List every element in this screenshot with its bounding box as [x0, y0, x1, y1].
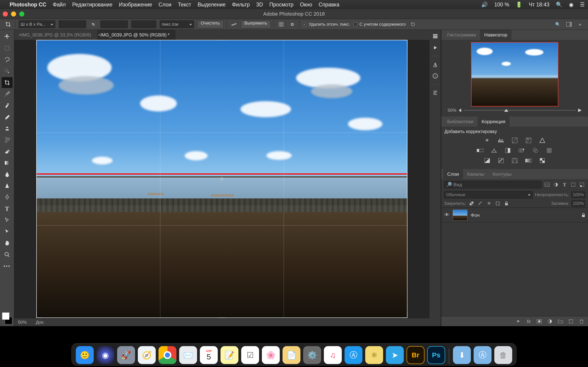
lasso-tool-icon[interactable] — [2, 54, 13, 65]
new-adjustment-layer-icon[interactable] — [547, 318, 553, 325]
zoom-slider-track[interactable] — [464, 110, 576, 111]
dock-atom[interactable]: ⚛ — [365, 346, 383, 364]
window-minimize-button[interactable] — [11, 11, 16, 17]
delete-cropped-checkbox[interactable]: Удалить отсеч. пикс. — [303, 22, 350, 27]
zoom-slider-knob[interactable] — [504, 109, 508, 112]
opacity-input[interactable]: 100% — [571, 192, 585, 198]
brush-tool-icon[interactable] — [2, 111, 13, 123]
crop-tool-indicator-icon[interactable] — [4, 20, 12, 28]
lock-brush-icon[interactable] — [477, 200, 484, 207]
adj-channel-mixer-icon[interactable] — [531, 147, 539, 154]
adj-gradient-map-icon[interactable] — [525, 157, 532, 165]
tab-paths[interactable]: Контуры — [489, 169, 516, 179]
menu-window[interactable]: Окно — [300, 2, 312, 8]
history-panel-icon[interactable] — [431, 32, 439, 40]
horizon-guide-line[interactable] — [36, 173, 407, 175]
straighten-button[interactable]: Выпрямить — [241, 20, 271, 28]
tab-layers[interactable]: Слои — [443, 169, 463, 179]
battery-icon[interactable]: 🔋 — [516, 2, 522, 8]
siri-menubar-icon[interactable]: ◉ — [569, 2, 573, 8]
battery-pct[interactable]: 100 % — [494, 2, 509, 8]
adj-color-lookup-icon[interactable] — [545, 147, 553, 154]
adj-exposure-icon[interactable] — [525, 136, 532, 144]
adj-brightness-icon[interactable]: ☀ — [483, 136, 491, 144]
window-maximize-button[interactable] — [19, 11, 24, 17]
color-swatches[interactable] — [2, 312, 13, 325]
actions-panel-icon[interactable] — [431, 44, 439, 52]
dock-finder[interactable]: 🙂 — [76, 346, 94, 364]
tab-channels[interactable]: Каналы — [463, 169, 489, 179]
adj-hue-icon[interactable] — [476, 147, 484, 154]
menu-3d[interactable]: 3D — [256, 2, 263, 8]
close-tab-icon[interactable]: × — [95, 33, 103, 37]
straighten-icon[interactable] — [230, 20, 238, 28]
layer-row[interactable]: Фон — [441, 208, 588, 223]
tab-adjustments[interactable]: Коррекция — [477, 117, 510, 127]
filter-shape-icon[interactable] — [570, 181, 577, 188]
notification-center-icon[interactable]: ☰ — [580, 2, 585, 8]
type-tool-icon[interactable]: T — [2, 203, 13, 214]
adj-levels-icon[interactable] — [497, 136, 505, 144]
swap-dimensions-icon[interactable] — [89, 20, 97, 28]
crop-tool-icon[interactable] — [2, 77, 13, 88]
menu-view[interactable]: Просмотр — [269, 2, 294, 8]
pen-tool-icon[interactable] — [2, 192, 13, 203]
menu-layer[interactable]: Слои — [158, 2, 171, 8]
adj-posterize-icon[interactable] — [497, 157, 505, 165]
document-tab-inactive[interactable]: × IMG_0038.JPG @ 33,3% (RGB/8) — [18, 30, 97, 40]
layer-thumbnail[interactable] — [453, 210, 467, 221]
layer-name[interactable]: Фон — [471, 212, 480, 218]
history-brush-tool-icon[interactable] — [2, 134, 13, 145]
marquee-tool-icon[interactable] — [2, 43, 13, 54]
status-doc-label[interactable]: Док: — [36, 320, 44, 325]
crop-height-input[interactable] — [100, 20, 128, 28]
direct-select-tool-icon[interactable] — [2, 226, 13, 237]
crop-resolution-input[interactable] — [131, 20, 156, 28]
dodge-tool-icon[interactable] — [2, 180, 13, 191]
dock-textedit[interactable]: 📄 — [283, 346, 300, 364]
window-close-button[interactable] — [3, 11, 8, 17]
adj-curves-icon[interactable] — [511, 136, 519, 144]
link-layers-icon[interactable]: ⚭ — [515, 318, 521, 325]
dock-telegram[interactable]: ➤ — [386, 346, 404, 364]
zoom-out-button[interactable] — [459, 108, 461, 112]
dock-music[interactable]: ♫ — [324, 346, 342, 364]
dock-safari[interactable]: 🧭 — [138, 346, 156, 364]
new-group-icon[interactable] — [557, 318, 564, 325]
delete-layer-icon[interactable] — [578, 318, 585, 325]
dock-reminders[interactable]: ☑︎ — [241, 346, 259, 364]
filter-images-icon[interactable] — [544, 181, 550, 188]
macos-dock[interactable]: 🙂 ◉ 🚀 🧭 ✉️ АПР 5 📝 ☑︎ 🌸 📄 ⚙️ ♫ Ⓐ ⚛ ➤ Br … — [71, 343, 517, 366]
reset-crop-icon[interactable] — [409, 20, 417, 28]
blur-tool-icon[interactable] — [2, 169, 13, 180]
tab-libraries[interactable]: Библиотеки — [443, 117, 477, 127]
dock-applications[interactable]: Ⓐ — [474, 346, 492, 364]
document-canvas[interactable] — [36, 40, 407, 318]
layer-filter-select[interactable]: 🔎 Вид — [444, 181, 542, 188]
fill-input[interactable]: 100% — [571, 200, 585, 207]
menu-select[interactable]: Выделение — [198, 2, 225, 8]
layer-lock-icon[interactable] — [582, 213, 585, 217]
menu-help[interactable]: Справка — [319, 2, 339, 8]
info-panel-icon[interactable]: i — [431, 72, 439, 80]
menubar-clock[interactable]: Чт 18:43 — [529, 2, 549, 8]
app-name[interactable]: Photoshop CC — [10, 2, 46, 8]
adj-bw-icon[interactable] — [504, 147, 512, 154]
healing-brush-tool-icon[interactable] — [2, 100, 13, 111]
dock-trash[interactable]: 🗑 — [494, 346, 512, 364]
document-tab-active[interactable]: × IMG_0039.JPG @ 50% (RGB/8) * — [97, 30, 176, 40]
dock-chrome[interactable] — [158, 346, 176, 364]
path-select-tool-icon[interactable] — [2, 215, 13, 226]
volume-icon[interactable]: 🔊 — [481, 2, 488, 8]
lock-position-icon[interactable] — [486, 200, 492, 207]
lock-pixels-icon[interactable] — [468, 200, 475, 207]
adj-threshold-icon[interactable] — [511, 157, 519, 165]
content-aware-checkbox[interactable]: С учетом содержимого — [354, 22, 406, 27]
crop-clear-button[interactable]: Очистить — [197, 20, 223, 28]
search-icon[interactable]: 🔍 — [554, 20, 562, 28]
dock-siri[interactable]: ◉ — [96, 346, 114, 364]
filter-type-icon[interactable]: T — [561, 181, 568, 188]
close-tab-icon[interactable]: × — [16, 33, 24, 37]
zoom-tool-icon[interactable] — [2, 249, 13, 260]
adj-vibrance-icon[interactable] — [538, 136, 546, 144]
